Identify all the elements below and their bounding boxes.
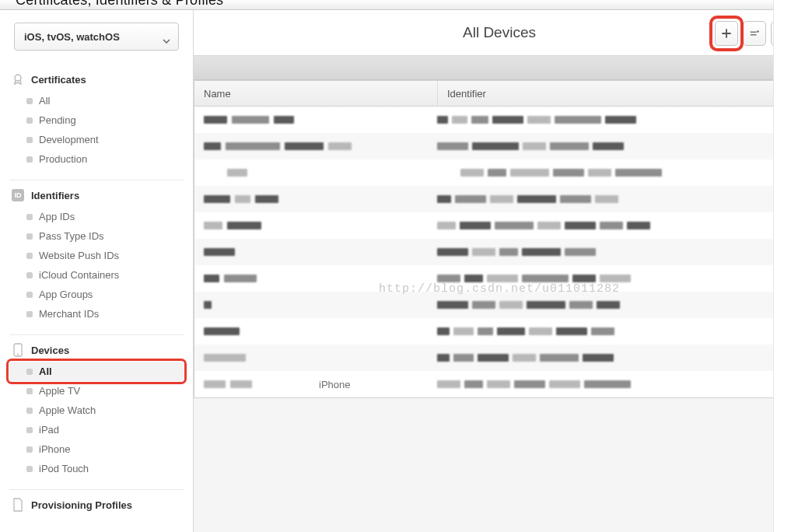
table-row[interactable] xyxy=(194,107,804,133)
table-row[interactable]: iPhone xyxy=(194,371,804,397)
section-title: Provisioning Profiles xyxy=(31,499,132,511)
chevron-down-icon xyxy=(163,34,170,46)
right-gutter xyxy=(773,0,805,532)
section-title: Identifiers xyxy=(31,190,79,201)
sidebar-item-ipad[interactable]: iPad xyxy=(9,420,184,439)
id-badge-icon: ID xyxy=(11,188,25,202)
bullet-icon xyxy=(26,233,33,240)
body: iOS, tvOS, watchOS Certificates All Pend… xyxy=(0,10,805,532)
table-row[interactable] xyxy=(194,212,804,239)
sidebar-item-website-push-ids[interactable]: Website Push IDs xyxy=(9,246,184,265)
add-button[interactable] xyxy=(715,21,738,46)
bullet-icon xyxy=(26,117,33,124)
sidebar-item-iphone[interactable]: iPhone xyxy=(9,439,184,459)
platform-selector[interactable]: iOS, tvOS, watchOS xyxy=(14,23,179,51)
ribbon-icon xyxy=(11,72,25,86)
table-row[interactable] xyxy=(194,292,804,318)
sidebar-section-identifiers: ID Identifiers App IDs Pass Type IDs Web… xyxy=(9,180,184,335)
sidebar-item-pass-type-ids[interactable]: Pass Type IDs xyxy=(9,226,184,246)
bullet-icon xyxy=(26,466,33,472)
bullet-icon xyxy=(26,137,33,143)
content: All Devices Name Identifi xyxy=(194,10,805,532)
device-icon xyxy=(11,343,25,357)
table-header: Name Identifier xyxy=(194,81,804,107)
page-title: Certificates, Identifiers & Profiles xyxy=(16,0,223,9)
sidebar-item-apple-watch[interactable]: Apple Watch xyxy=(9,401,184,420)
sidebar-item-ipod-touch[interactable]: iPod Touch xyxy=(9,459,184,478)
bullet-icon xyxy=(26,272,33,278)
table-row[interactable] xyxy=(194,345,804,371)
sidebar-item-certificates-development[interactable]: Development xyxy=(9,130,184,149)
filter-bar xyxy=(194,56,805,80)
table-row[interactable] xyxy=(194,186,804,212)
doc-icon xyxy=(11,498,25,512)
bullet-icon xyxy=(26,253,33,259)
sidebar-section-certificates: Certificates All Pending Development Pro… xyxy=(9,65,184,180)
app-root: Certificates, Identifiers & Profiles iOS… xyxy=(0,0,805,532)
sidebar-item-icloud-containers[interactable]: iCloud Containers xyxy=(9,265,184,285)
bullet-icon xyxy=(26,408,33,414)
column-header-name[interactable]: Name xyxy=(194,81,438,106)
sidebar-section-devices: Devices All Apple TV Apple Watch iPad iP… xyxy=(9,335,184,490)
bullet-icon xyxy=(26,156,33,163)
column-header-identifier[interactable]: Identifier xyxy=(438,88,804,100)
devices-table: Name Identifier xyxy=(194,80,805,398)
sidebar-item-apple-tv[interactable]: Apple TV xyxy=(9,381,184,401)
svg-point-2 xyxy=(17,354,19,355)
table-row[interactable] xyxy=(194,265,804,292)
svg-point-0 xyxy=(15,75,21,81)
row-name-text: iPhone xyxy=(319,379,350,390)
sidebar-item-devices-all[interactable]: All xyxy=(9,362,184,381)
sidebar-section-provisioning: Provisioning Profiles xyxy=(9,490,184,527)
section-title: Devices xyxy=(31,345,69,356)
table-row[interactable] xyxy=(194,159,804,186)
bullet-icon xyxy=(26,427,33,433)
section-header-devices[interactable]: Devices xyxy=(9,335,184,362)
content-title: All Devices xyxy=(194,24,805,41)
bullet-icon xyxy=(26,388,33,394)
sidebar-item-certificates-all[interactable]: All xyxy=(9,91,184,110)
table-row[interactable] xyxy=(194,318,804,345)
section-header-provisioning[interactable]: Provisioning Profiles xyxy=(9,490,184,516)
bullet-icon xyxy=(26,292,33,298)
table-row[interactable] xyxy=(194,239,804,265)
content-header: All Devices xyxy=(194,10,805,56)
bullet-icon xyxy=(26,311,33,317)
bullet-icon xyxy=(26,214,33,220)
sidebar-item-app-ids[interactable]: App IDs xyxy=(9,207,184,226)
platform-selector-label: iOS, tvOS, watchOS xyxy=(24,31,120,43)
page-header: Certificates, Identifiers & Profiles xyxy=(0,0,805,10)
section-header-certificates[interactable]: Certificates xyxy=(9,65,184,91)
sidebar-item-merchant-ids[interactable]: Merchant IDs xyxy=(9,304,184,324)
sidebar: iOS, tvOS, watchOS Certificates All Pend… xyxy=(0,10,194,532)
sidebar-item-certificates-pending[interactable]: Pending xyxy=(9,110,184,130)
section-title: Certificates xyxy=(31,74,86,86)
table-row[interactable] xyxy=(194,133,804,159)
bullet-icon xyxy=(26,98,33,104)
edit-button[interactable] xyxy=(743,21,766,46)
bullet-icon xyxy=(26,369,33,375)
table-body: iPhone xyxy=(194,107,804,397)
bullet-icon xyxy=(26,446,33,453)
section-header-identifiers[interactable]: ID Identifiers xyxy=(9,180,184,207)
sidebar-item-app-groups[interactable]: App Groups xyxy=(9,285,184,304)
sidebar-item-certificates-production[interactable]: Production xyxy=(9,149,184,169)
